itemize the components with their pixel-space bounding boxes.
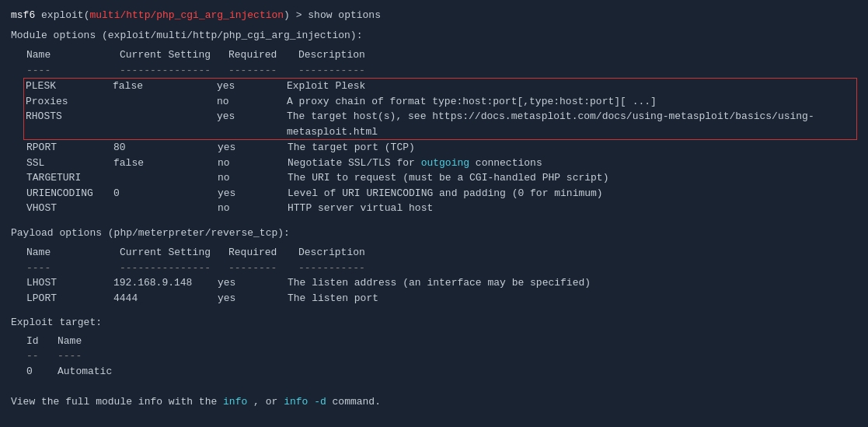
exploit-target-header: Id Name	[11, 334, 857, 349]
footer-suffix: command.	[333, 396, 381, 408]
payload-col-required-header: Required	[228, 245, 298, 261]
footer-prefix: View the full module info with the	[11, 396, 217, 408]
module-col-desc-header: Description	[298, 47, 851, 63]
payload-col-setting-header: Current Setting	[120, 245, 228, 261]
exploit-target-section: Exploit target: Id Name -- ---- 0 Automa…	[11, 315, 857, 379]
highlighted-rows-box: PLESK false yes Exploit Plesk Proxies no…	[23, 78, 857, 140]
footer-info-d-cmd: info -d	[284, 396, 326, 408]
table-row-vhost: VHOST no HTTP server virtual host	[11, 201, 857, 216]
exploit-target-divider: -- ----	[11, 348, 857, 364]
payload-section: Payload options (php/meterpreter/reverse…	[11, 226, 857, 306]
prompt-exploit-label: exploit(	[41, 9, 89, 21]
module-col-name-header: Name	[26, 47, 120, 63]
module-col-required-header: Required	[228, 47, 298, 63]
table-row-lhost: LHOST 192.168.9.148 yes The listen addre…	[11, 275, 857, 291]
footer: View the full module info with the info …	[11, 394, 857, 410]
exploit-target-title: Exploit target:	[11, 315, 857, 331]
payload-table-divider: ---- --------------- -------- ----------…	[11, 261, 857, 276]
payload-table-header: Name Current Setting Required Descriptio…	[11, 245, 857, 261]
exploit-target-row: 0 Automatic	[11, 364, 857, 380]
table-row-ssl: SSL false no Negotiate SSL/TLS for outgo…	[11, 156, 857, 171]
table-row-uriencoding: URIENCODING 0 yes Level of URI URIENCODI…	[11, 186, 857, 201]
footer-info-cmd: info	[223, 396, 247, 408]
payload-col-desc-header: Description	[298, 245, 851, 261]
table-row-proxies: Proxies no A proxy chain of format type:…	[24, 94, 856, 110]
payload-col-name-header: Name	[26, 245, 120, 261]
prompt-msf: msf6	[11, 9, 35, 21]
table-row-rhosts: RHOSTS yes The target host(s), see https…	[24, 109, 856, 139]
module-table: Name Current Setting Required Descriptio…	[11, 47, 857, 216]
table-row-rport: RPORT 80 yes The target port (TCP)	[11, 140, 857, 156]
outgoing-text: outgoing	[421, 157, 469, 169]
prompt-line: msf6 exploit(multi/http/php_cgi_arg_inje…	[11, 8, 857, 23]
table-row-targeturi: TARGETURI no The URI to request (must be…	[11, 170, 857, 186]
payload-section-title: Payload options (php/meterpreter/reverse…	[11, 226, 857, 241]
exploit-target-id-header: Id	[26, 334, 58, 349]
prompt-command: > show options	[296, 9, 381, 21]
module-col-setting-header: Current Setting	[120, 47, 228, 63]
table-row-plesk: PLESK false yes Exploit Plesk	[24, 79, 856, 94]
footer-middle: , or	[253, 396, 277, 408]
module-table-divider: ---- --------------- -------- ----------…	[11, 63, 857, 79]
module-table-header: Name Current Setting Required Descriptio…	[11, 47, 857, 63]
exploit-target-name-header: Name	[58, 334, 82, 349]
prompt-exploit-path: multi/http/php_cgi_arg_injection	[89, 9, 284, 21]
exploit-target-name: Automatic	[58, 364, 112, 380]
prompt-exploit-close: )	[284, 9, 290, 21]
module-section-title: Module options (exploit/multi/http/php_c…	[11, 28, 857, 44]
exploit-target-id: 0	[26, 364, 58, 380]
table-row-lport: LPORT 4444 yes The listen port	[11, 291, 857, 306]
